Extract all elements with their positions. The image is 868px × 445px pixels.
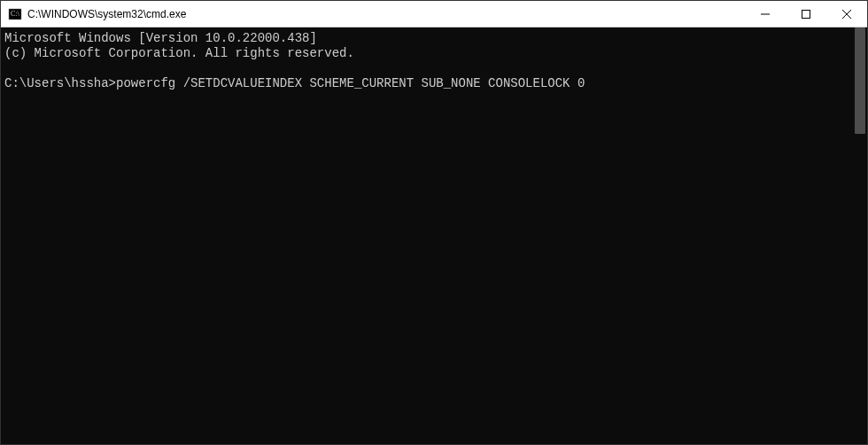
- version-line: Microsoft Windows [Version 10.0.22000.43…: [4, 31, 317, 45]
- scrollbar-thumb[interactable]: [855, 27, 865, 134]
- prompt: C:\Users\hssha>: [4, 76, 116, 90]
- command-input[interactable]: powercfg /SETDCVALUEINDEX SCHEME_CURRENT…: [116, 76, 585, 90]
- titlebar[interactable]: C:\ C:\WINDOWS\system32\cmd.exe: [1, 1, 867, 27]
- cmd-window: C:\ C:\WINDOWS\system32\cmd.exe Microsof…: [0, 0, 868, 445]
- svg-text:C:\: C:\: [11, 10, 20, 18]
- scrollbar[interactable]: [853, 27, 867, 444]
- minimize-button[interactable]: [745, 1, 786, 27]
- window-title: C:\WINDOWS\system32\cmd.exe: [27, 8, 745, 20]
- copyright-line: (c) Microsoft Corporation. All rights re…: [4, 46, 354, 60]
- terminal-output[interactable]: Microsoft Windows [Version 10.0.22000.43…: [1, 27, 853, 444]
- close-button[interactable]: [826, 1, 867, 27]
- terminal-area[interactable]: Microsoft Windows [Version 10.0.22000.43…: [1, 27, 867, 444]
- window-controls: [745, 1, 867, 27]
- maximize-button[interactable]: [786, 1, 826, 27]
- svg-rect-3: [802, 10, 810, 18]
- cmd-icon: C:\: [8, 7, 22, 21]
